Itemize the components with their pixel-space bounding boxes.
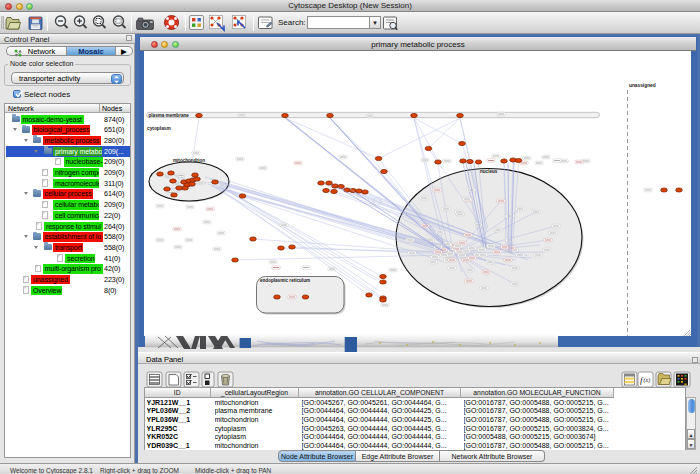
svg-text:endoplasmic reticulum: endoplasmic reticulum <box>260 278 310 283</box>
svg-text:mitochondrion: mitochondrion <box>173 158 205 163</box>
svg-text:plasma membrane: plasma membrane <box>149 113 190 118</box>
svg-text:nucleus: nucleus <box>480 169 498 174</box>
svg-text:unassigned: unassigned <box>629 83 656 88</box>
svg-text:cytoplasm: cytoplasm <box>147 126 171 131</box>
svg-text:(x): (x) <box>644 377 651 384</box>
